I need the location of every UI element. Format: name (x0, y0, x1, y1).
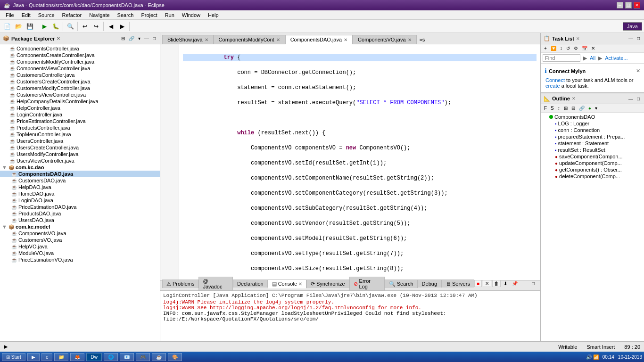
code-editor[interactable]: try { conn = DBConnector.getConnection()… (160, 44, 540, 280)
menu-edit[interactable]: Edit (18, 11, 34, 19)
ie-button[interactable]: e (41, 353, 53, 361)
outline-method-save[interactable]: ● saveComponent(Compon... (542, 153, 643, 160)
tree-item[interactable]: ☕CustomersViewController.java (0, 91, 160, 98)
menu-window[interactable]: Window (178, 11, 204, 19)
more-tabs-button[interactable]: »s (417, 35, 428, 44)
java-taskbar-button[interactable]: ☕ (152, 353, 166, 361)
console-clear-button[interactable]: 🗑 (492, 280, 501, 287)
maximize-button[interactable]: □ (625, 2, 632, 8)
outline-link[interactable]: 🔗 (578, 105, 586, 111)
tree-item[interactable]: ☕ComponentsCreateController.java (0, 52, 160, 58)
tree-item[interactable]: ☕CustomersVO.java (0, 237, 160, 243)
outline-class[interactable]: ComponentsDAO (542, 114, 643, 120)
tree-item[interactable]: ☕CustomersModifyController.java (0, 85, 160, 91)
console-scroll-button[interactable]: ⬇ (502, 280, 509, 287)
tree-item[interactable]: ☕PriceEstimationDAO.java (0, 204, 160, 210)
all-link[interactable]: All (590, 55, 595, 61)
tree-item[interactable]: ☕TopMenuController.java (0, 131, 160, 138)
close-components-dao-tab[interactable]: ✕ (344, 37, 347, 42)
tree-item[interactable]: ☕LoginController.java (0, 111, 160, 118)
tab-javadoc[interactable]: @ Javadoc (198, 277, 233, 290)
outlook-button[interactable]: 📧 (120, 353, 134, 361)
minimize-panel-button[interactable]: — (143, 35, 150, 41)
task-sort-button[interactable]: ↕ (559, 45, 564, 51)
tree-package-dao[interactable]: ▼ 📦 com.kc.dao (0, 164, 160, 171)
menu-navigate[interactable]: Navigate (85, 11, 113, 19)
maximize-panel-button[interactable]: □ (151, 35, 157, 41)
close-console-tab[interactable]: ✕ (298, 281, 302, 287)
firefox-button[interactable]: 🦊 (70, 353, 84, 361)
tree-item[interactable]: ☕PriceEstimationController.java (0, 118, 160, 124)
tree-item[interactable]: ☕PriceEstimationVO.java (0, 256, 160, 263)
tab-problems[interactable]: ⚠ Problems (162, 280, 198, 288)
tree-item[interactable]: ☕LoginDAO.java (0, 197, 160, 204)
console-terminate-button[interactable]: ■ (474, 280, 482, 287)
outline-collapse[interactable]: ⊟ (570, 105, 577, 111)
outline-field-log[interactable]: ▪ LOG : Logger (542, 120, 643, 127)
game-button[interactable]: 🎮 (136, 353, 150, 361)
tab-slideshow[interactable]: SlideShow.java ✕ (162, 35, 214, 44)
tree-item[interactable]: ☕CustomersController.java (0, 72, 160, 78)
start-button[interactable]: ⊞ Start (2, 353, 25, 361)
tree-item[interactable]: ☕ProductsDAO.java (0, 210, 160, 217)
tab-servers[interactable]: 🖥 Servers (441, 280, 474, 288)
tree-item[interactable]: ☕ComponentsVO.java (0, 230, 160, 237)
run-button[interactable]: ▶ (39, 21, 50, 32)
redo-button[interactable]: ↪ (91, 21, 101, 32)
outline-method-delete[interactable]: ● deleteComponent(Comp... (542, 173, 643, 180)
task-filter-button[interactable]: 🔽 (549, 45, 558, 51)
close-components-vo-tab[interactable]: ✕ (408, 37, 412, 42)
tree-item[interactable]: ☕HelpDAO.java (0, 184, 160, 190)
tree-item[interactable]: ☕HomeDAO.java (0, 190, 160, 197)
minimize-button[interactable]: ─ (617, 2, 623, 8)
connect-link[interactable]: Connect (545, 77, 565, 83)
next-button[interactable]: ▶ (117, 21, 127, 32)
outline-minimize[interactable]: — (627, 96, 635, 102)
chrome-button[interactable]: 🌐 (104, 353, 118, 361)
close-components-modify-tab[interactable]: ✕ (276, 37, 280, 42)
tab-components-vo[interactable]: ComponentsVO.java ✕ (353, 35, 417, 44)
activate-link[interactable]: Activate... (605, 55, 627, 61)
menu-source[interactable]: Source (34, 11, 58, 19)
tree-item[interactable]: ☕ComponentsController.java (0, 45, 160, 52)
view-menu-button[interactable]: ▾ (137, 35, 142, 41)
task-settings-button[interactable]: ⚙ (572, 45, 579, 51)
outline-field-resultset[interactable]: ▪ resultSet : ResultSet (542, 147, 643, 153)
outline-field-statement[interactable]: ▪ statement : Statement (542, 140, 643, 147)
new-button[interactable]: 📄 (2, 21, 12, 32)
tree-item[interactable]: ☕UsersController.java (0, 138, 160, 144)
tab-components-dao[interactable]: ComponentsDAO.java ✕ (285, 35, 353, 44)
tab-declaration[interactable]: Declaration (233, 280, 268, 288)
close-button[interactable]: ✕ (634, 2, 640, 8)
tab-search[interactable]: 🔍 Search (385, 280, 418, 288)
close-slideshow-tab[interactable]: ✕ (205, 37, 208, 42)
search-toolbar-button[interactable]: 🔍 (65, 21, 75, 32)
prev-button[interactable]: ◀ (106, 21, 116, 32)
tree-item[interactable]: ☕HelpCompanyDetailsController.java (0, 98, 160, 105)
console-pin-button[interactable]: 📌 (510, 280, 520, 287)
console-stop-button[interactable]: ✕ (483, 280, 491, 287)
outline-maximize[interactable]: □ (636, 96, 641, 102)
tree-item[interactable]: ☕ModuleVO.java (0, 250, 160, 256)
tab-error-log[interactable]: ⊘ Error Log (349, 277, 385, 290)
open-button[interactable]: 📂 (13, 21, 24, 32)
close-mylyn-icon[interactable]: ✕ (636, 68, 640, 74)
tab-synchronize[interactable]: ⟳ Synchronize (306, 280, 349, 288)
tree-item[interactable]: ☕CustomersDAO.java (0, 177, 160, 184)
tree-item[interactable]: ☕ComponentsViewController.java (0, 65, 160, 72)
explorer-button[interactable]: 📁 (54, 353, 68, 361)
perspective-java[interactable]: Java (623, 22, 642, 31)
media-button[interactable]: ▶ (27, 353, 40, 361)
outline-hide-fields[interactable]: F (543, 105, 548, 111)
outline-method-getcomponents[interactable]: ● getComponents() : Obser... (542, 166, 643, 173)
task-calendar-button[interactable]: 📅 (580, 45, 589, 51)
outline-expand[interactable]: ⊞ (562, 105, 569, 111)
save-button[interactable]: 💾 (25, 21, 35, 32)
tree-item-components-dao[interactable]: ☕ComponentsDAO.java (0, 171, 160, 177)
create-link[interactable]: create (545, 83, 560, 89)
tree-item[interactable]: ☕UsersViewController.java (0, 157, 160, 164)
tree-item[interactable]: ☕CustomersCreateController.java (0, 78, 160, 85)
menu-file[interactable]: File (2, 11, 18, 19)
tab-console[interactable]: ▤ Console ✕ (268, 280, 306, 288)
outline-menu[interactable]: ▾ (594, 105, 599, 111)
